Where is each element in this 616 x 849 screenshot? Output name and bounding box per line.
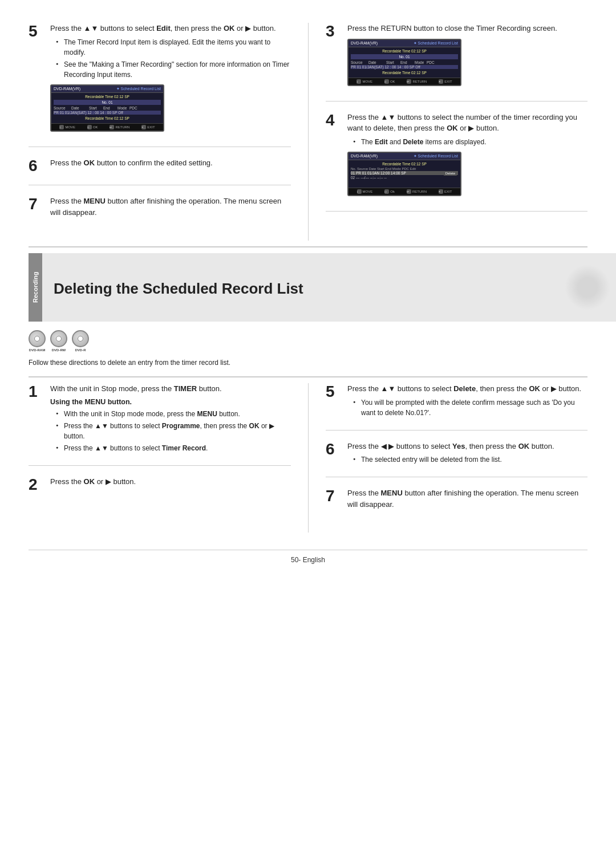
step-1-bullets: With the unit in Stop mode mode, press t… — [50, 409, 291, 453]
step-2-t2: or ▶ button. — [95, 477, 136, 486]
step-2-bold: OK — [84, 477, 95, 486]
col-start-3: Start — [386, 60, 399, 64]
step-5-left-bold1: Edit — [156, 24, 171, 33]
sub-heading-menu: Using the MENU button. — [50, 398, 291, 406]
bullet-item-4: The Edit and Delete items are displayed. — [353, 137, 587, 147]
col-source: Source — [54, 106, 70, 110]
recordable-3: Recordable Time 02:12 SP — [351, 49, 458, 53]
step-7-bold: MENU — [84, 197, 106, 205]
step-4-t2: or ▶ button. — [458, 124, 499, 132]
step-number-7-left: 7 — [29, 196, 44, 213]
screen-header-3: DVD-RAM(VR) ✦ Scheduled Record List — [348, 40, 460, 47]
step-2-content: Press the OK or ▶ button. — [50, 476, 291, 490]
footer-return-3: ↩ RETURN — [407, 79, 427, 84]
col-pdc-3: PDC — [427, 60, 435, 64]
page-footer: 50- English — [29, 550, 587, 564]
bullet-1-3: Press the ▲▼ buttons to select Timer Rec… — [56, 443, 291, 453]
footer-ok: □ OK — [87, 125, 98, 129]
recordable-time-2: Recordable Time 02:12 SP — [54, 116, 161, 120]
step-7-right: 7 Press the MENU button after finishing … — [326, 488, 587, 522]
footer-exit-4: × EXIT — [439, 189, 452, 194]
step-5-right-content: Press the ▲▼ buttons to select Delete, t… — [347, 383, 587, 420]
screen-footer-3: ↕ MOVE □ OK ↩ RETURN × EXIT — [348, 78, 460, 85]
return-icon-3: ↩ — [407, 79, 411, 84]
disc-circle-ram — [29, 330, 46, 347]
step-3-right: 3 Press the RETURN button to close the T… — [326, 23, 587, 101]
step-5-left-content: Press the ▲▼ buttons to select Edit, the… — [50, 23, 291, 136]
step-6-r-bold2: OK — [518, 442, 530, 450]
step-number-7-right: 7 — [326, 488, 342, 505]
step-number-1: 1 — [29, 383, 44, 401]
step-1-t2: button. — [197, 384, 221, 393]
step-3-content: Press the RETURN button to close the Tim… — [347, 23, 587, 91]
col-hdr-4: No. Source Date Start End Mode PDC Edit — [351, 167, 416, 170]
step-6-right-content: Press the ◀ ▶ buttons to select Yes, the… — [347, 441, 587, 467]
step-6-t2: button to confirm the edited setting. — [95, 159, 213, 167]
screen-device-label: DVD-RAM(VR) — [54, 87, 80, 91]
step-number-4: 4 — [326, 112, 342, 129]
step-6-right-bullets: The selected entry will be deleted from … — [347, 454, 587, 465]
page: 5 Press the ▲▼ buttons to select Edit, t… — [0, 0, 616, 849]
step-5-left-t2: , then press the — [171, 24, 224, 33]
screen-data-row-3: PR 01 01/JAN(SAT) 12 : 00 14 : 00 SP Off — [351, 65, 458, 69]
row-data: PR 01 01/JAN(SAT) 12 : 00 14 : 00 SP Off — [54, 111, 123, 115]
step-7-left: 7 Press the MENU button after finishing … — [29, 196, 291, 230]
screen-mockup-4: DVD-RAM(VR) ✦ Scheduled Record List Reco… — [347, 152, 461, 196]
step-5-r-t2: , then press the — [476, 384, 529, 393]
footer-exit: × EXIT — [141, 125, 155, 129]
screen-col-hdr-4: No. Source Date Start End Mode PDC Edit — [351, 167, 458, 170]
ok-icon-4: □ — [384, 189, 389, 194]
step-5-r-t3: or ▶ button. — [540, 384, 581, 393]
screen-col-headers: Source Date Start End Mode PDC — [54, 106, 161, 110]
step-number-6-left: 6 — [29, 157, 44, 175]
spacer — [351, 180, 458, 186]
bullet-item: The Timer Record Input item is displayed… — [56, 37, 291, 58]
no-label: No. 01 — [54, 100, 161, 105]
step-7-left-content: Press the MENU button after finishing th… — [50, 196, 291, 220]
left-col-bottom: 1 With the unit in Stop mode, press the … — [29, 383, 308, 533]
exit-icon-4: × — [439, 189, 443, 194]
screen-data-row: PR 01 01/JAN(SAT) 12 : 00 14 : 00 SP Off — [54, 111, 161, 115]
step-6-r-t2: , then press the — [465, 442, 518, 450]
move-icon-3: ↕ — [356, 79, 361, 84]
step-7-r-bold: MENU — [381, 489, 403, 497]
step-5-left-bold2: OK — [224, 24, 235, 33]
footer-exit-3: × EXIT — [439, 79, 452, 84]
screen-col-headers-3: Source Date Start End Mode PDC — [351, 60, 458, 64]
footer-ok-3: □ OK — [384, 79, 395, 84]
screen-title-3: ✦ Scheduled Record List — [414, 41, 458, 46]
bullet-1-1: With the unit in Stop mode mode, press t… — [56, 409, 291, 419]
col-date-3: Date — [368, 60, 384, 64]
screen-mockup-3: DVD-RAM(VR) ✦ Scheduled Record List Reco… — [347, 39, 461, 86]
menu-bold: MENU — [197, 410, 217, 418]
screen-footer-4: ↕ MOVE □ Ok ↩ RETURN × EXIT — [348, 188, 460, 195]
recordable-3-2: Recordable Time 02:12 SP — [351, 71, 458, 75]
screen-header-4: DVD-RAM(VR) ✦ Scheduled Record List — [348, 153, 460, 160]
recording-tab: Recording — [29, 253, 42, 322]
feature-title-box: Deleting the Scheduled Record List — [42, 253, 616, 322]
recordable-time: Recordable Time 02:12 SP — [54, 95, 161, 99]
disc-label-ram: DVD-RAM — [29, 348, 45, 352]
screen-device-4: DVD-RAM(VR) — [351, 154, 378, 159]
section-divider — [29, 246, 587, 247]
step-number-5-right: 5 — [326, 383, 342, 401]
step-7-right-text: Press the MENU button after finishing th… — [347, 488, 587, 510]
recordable-4: Recordable Time 02:12 SP — [351, 162, 458, 166]
feature-title-text: Deleting the Scheduled Record List — [54, 280, 303, 297]
disc-label-r: DVD-R — [75, 348, 86, 352]
step-6-left-content: Press the OK button to confirm the edite… — [50, 157, 291, 171]
section-divider-2 — [29, 376, 587, 377]
step-1-text: With the unit in Stop mode, press the TI… — [50, 383, 291, 395]
screen-title-4: ✦ Scheduled Record List — [414, 154, 458, 159]
bullet-item: See the "Making a Timer Recording" secti… — [56, 59, 291, 80]
step-1-left: 1 With the unit in Stop mode, press the … — [29, 383, 291, 466]
intro-text: Follow these directions to delete an ent… — [29, 358, 587, 368]
col-end-3: End — [400, 60, 413, 64]
step-4-bullets: The Edit and Delete items are displayed. — [347, 137, 587, 147]
footer-move-4: ↕ MOVE — [357, 189, 373, 194]
footer-return: ↩ RETURN — [110, 125, 129, 129]
move-icon-4: ↕ — [357, 189, 362, 194]
disc-circle-rw — [50, 330, 67, 347]
step-5-left: 5 Press the ▲▼ buttons to select Edit, t… — [29, 23, 291, 147]
step-7-right-content: Press the MENU button after finishing th… — [347, 488, 587, 512]
